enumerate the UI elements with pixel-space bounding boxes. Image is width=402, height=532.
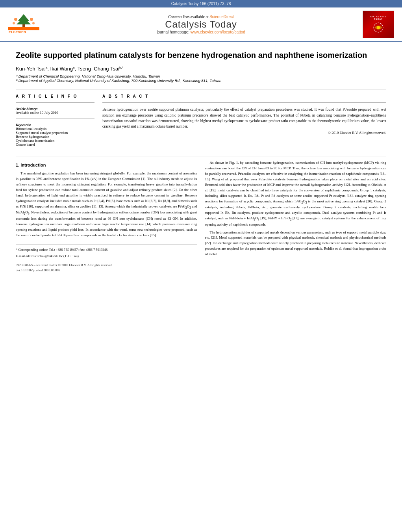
footnotes: * Corresponding author. Tel.: +886 7 591…	[16, 245, 197, 273]
keyword-3: Benzene hydrogenation	[16, 135, 94, 139]
affiliation-b: ᵇ Department of Applied Chemistry, Natio…	[16, 78, 386, 83]
author-kun-yeh: Kun-Yeh Tsaia	[16, 66, 47, 72]
body-para-right-2: The hydrogenation activities of supporte…	[205, 230, 387, 258]
issue-info: Catalysis Today 166 (2011) 73–78	[171, 2, 231, 6]
elsevier-logo: ELSEVIER	[8, 13, 39, 36]
body-divider	[16, 156, 386, 156]
keywords-divider	[16, 119, 94, 119]
svg-point-10	[377, 26, 380, 29]
body-para-1: The mandated gasoline regulation has bee…	[16, 171, 197, 238]
keyword-2: Supported metal catalyst preparation	[16, 131, 94, 135]
journal-header: ELSEVIER Contents lists available at Sci…	[0, 7, 402, 42]
svg-text:ELSEVIER: ELSEVIER	[9, 30, 26, 34]
homepage-url[interactable]: www.elsevier.com/locate/cattod	[191, 30, 245, 34]
keywords-label: Keywords:	[16, 123, 94, 127]
top-bar: Catalysis Today 166 (2011) 73–78	[0, 0, 402, 7]
info-abstract-section: A R T I C L E I N F O Article history: A…	[16, 94, 386, 150]
available-online: Available online 10 July 2010	[16, 111, 94, 115]
info-divider	[16, 102, 94, 103]
keyword-4: Cyclohexane isomerization	[16, 139, 94, 143]
footnote-email: E-mail address: tctsai@nuk.edu.tw (T.-C.…	[16, 254, 197, 259]
body-section: 1. Introduction The mandated gasoline re…	[16, 160, 386, 273]
article-title: Zeolite supported platinum catalysts for…	[16, 50, 386, 60]
svg-point-6	[30, 18, 33, 21]
svg-point-5	[14, 18, 17, 21]
footnote-corresponding: * Corresponding author. Tel.: +886 7 591…	[16, 247, 197, 252]
abstract-text: Benzene hydrogenation over zeolite suppo…	[102, 107, 386, 129]
article-history: Article history: Available online 10 Jul…	[16, 107, 94, 115]
sciencedirect-link[interactable]: ScienceDirect	[209, 15, 234, 19]
header-divider	[16, 89, 386, 89]
issn-info: 0920-5861/$ – see front matter © 2010 El…	[16, 263, 197, 273]
article-info-column: A R T I C L E I N F O Article history: A…	[16, 94, 94, 150]
svg-rect-4	[22, 24, 25, 27]
doi-text: doi:10.1016/j.cattod.2010.06.009	[16, 268, 197, 273]
article-info-header: A R T I C L E I N F O	[16, 94, 94, 98]
journal-title: Catalysis Today	[39, 19, 363, 30]
main-content: Zeolite supported platinum catalysts for…	[0, 42, 402, 281]
homepage-label: journal homepage:	[157, 30, 189, 34]
author-tseng-chang: Tseng–Chang Tsaib,*	[77, 66, 123, 72]
journal-cover-logo: CATALYSIS TODAY	[363, 11, 394, 38]
keywords-section: Keywords: Bifunctional catalysis Support…	[16, 123, 94, 146]
cover-logo-text: CATALYSIS TODAY	[369, 15, 388, 34]
body-col-right: As shown in Fig. 1, by cascading benzene…	[205, 160, 387, 273]
affiliation-a: ᵃ Department of Chemical Engineering, Na…	[16, 74, 386, 78]
keyword-1: Bifunctional catalysis	[16, 127, 94, 131]
history-label: Article history:	[16, 107, 94, 111]
contents-text: Contents lists available at	[168, 15, 208, 19]
section1-title: 1. Introduction	[16, 162, 197, 169]
issn-text: 0920-5861/$ – see front matter © 2010 El…	[16, 263, 197, 268]
affiliations: ᵃ Department of Chemical Engineering, Na…	[16, 74, 386, 83]
abstract-header: A B S T R A C T	[102, 94, 386, 98]
author-ikai: Ikai Wanga	[50, 66, 75, 72]
contents-available: Contents lists available at ScienceDirec…	[39, 15, 363, 19]
authors-line: Kun-Yeh Tsaia, Ikai Wanga, Tseng–Chang T…	[16, 66, 386, 72]
svg-point-8	[32, 22, 35, 24]
svg-point-7	[13, 22, 15, 24]
journal-homepage: journal homepage: www.elsevier.com/locat…	[39, 30, 363, 34]
abstract-column: A B S T R A C T Benzene hydrogenation ov…	[102, 94, 386, 150]
abstract-copyright: © 2010 Elsevier B.V. All rights reserved…	[102, 131, 386, 135]
body-col-left: 1. Introduction The mandated gasoline re…	[16, 160, 197, 273]
abstract-divider	[102, 102, 386, 103]
body-para-right-1: As shown in Fig. 1, by cascading benzene…	[205, 160, 387, 227]
journal-center: Contents lists available at ScienceDirec…	[39, 15, 363, 34]
keyword-5: Octane barrel	[16, 143, 94, 146]
